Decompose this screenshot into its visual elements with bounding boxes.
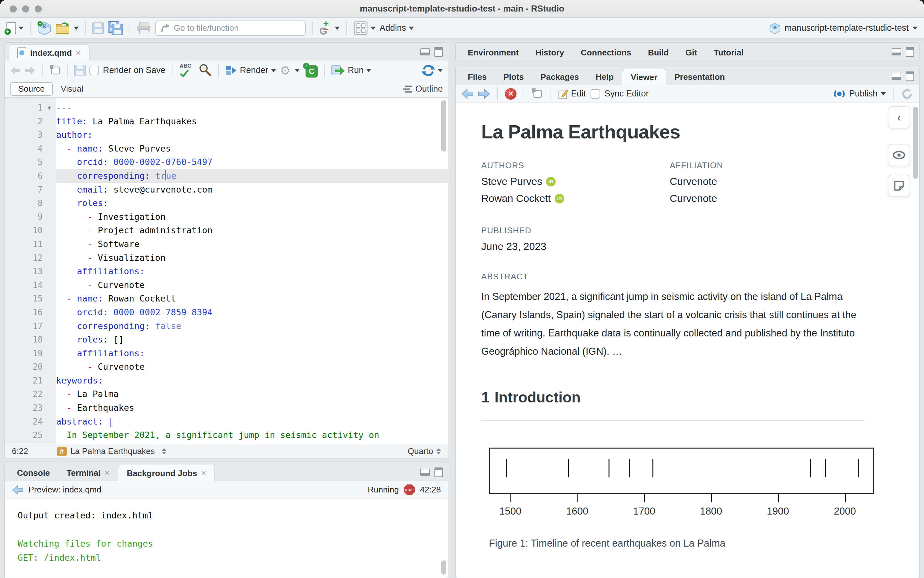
reader-view-button[interactable] (888, 144, 910, 166)
code-text[interactable]: orcid: 0000-0002-7859-8394 (56, 306, 448, 320)
tab-index-qmd[interactable]: index.qmd × (9, 45, 89, 60)
minimize-pane-icon[interactable] (420, 49, 430, 55)
viewer-popout-button[interactable] (531, 88, 543, 100)
tab-background-jobs[interactable]: Background Jobs× (118, 465, 215, 481)
code-line-15[interactable]: 15 - name: Rowan Cockett (5, 292, 448, 306)
code-line-26[interactable]: 26 the island of La Palma (Canary Island… (5, 442, 448, 444)
orcid-icon[interactable]: iD (555, 194, 564, 203)
print-button[interactable] (137, 21, 151, 35)
code-text[interactable]: author: (56, 128, 448, 142)
code-line-21[interactable]: 21keywords: (5, 374, 448, 388)
code-line-10[interactable]: 10 - Project administration (5, 224, 448, 237)
spellcheck-button[interactable]: ABC (179, 63, 194, 78)
code-line-5[interactable]: 5 orcid: 0000-0002-0760-5497 (5, 155, 448, 169)
tab-files[interactable]: Files (459, 69, 495, 85)
minimize-pane-icon[interactable] (420, 469, 430, 476)
tab-history[interactable]: History (527, 45, 573, 60)
code-text[interactable]: - La Palma (56, 387, 448, 401)
code-text[interactable]: - Project administration (56, 224, 448, 237)
code-line-11[interactable]: 11 - Software (5, 237, 448, 251)
tab-visual-mode[interactable]: Visual (53, 83, 91, 95)
code-line-24[interactable]: 24abstract: | (5, 415, 448, 429)
maximize-pane-icon[interactable] (906, 47, 914, 57)
code-line-4[interactable]: 4 - name: Steve Purves (5, 142, 448, 156)
orcid-icon[interactable]: iD (546, 177, 556, 187)
render-button[interactable]: Render (225, 65, 276, 76)
notes-button[interactable] (888, 175, 910, 197)
search-button[interactable] (198, 63, 211, 78)
code-line-23[interactable]: 23 - Earthquakes (5, 401, 448, 415)
code-line-6[interactable]: 6 corresponding: true (5, 169, 448, 183)
addins-button[interactable]: Addins (380, 23, 414, 33)
viewer-forward-button[interactable] (478, 89, 490, 99)
save-button[interactable] (92, 23, 104, 34)
tab-console[interactable]: Console (9, 465, 59, 481)
code-line-1[interactable]: 1▾--- (5, 101, 448, 115)
code-line-19[interactable]: 19 affiliations: (5, 347, 448, 360)
code-line-8[interactable]: 8 roles: (5, 196, 448, 210)
code-text[interactable]: - Visualization (56, 251, 448, 265)
popout-button[interactable] (49, 64, 60, 76)
save-all-button[interactable] (108, 21, 123, 35)
tab-tutorial[interactable]: Tutorial (705, 45, 752, 60)
code-text[interactable]: In September 2021, a significant jump in… (56, 429, 448, 442)
console-scrollbar[interactable] (441, 560, 446, 575)
code-line-22[interactable]: 22 - La Palma (5, 387, 448, 401)
tab-help[interactable]: Help (587, 69, 622, 85)
code-line-7[interactable]: 7 email: steve@curvenote.com (5, 183, 448, 197)
maximize-pane-icon[interactable] (434, 468, 443, 477)
code-editor[interactable]: 1▾---2title: La Palma Earthquakes3author… (5, 98, 448, 444)
new-project-button[interactable]: R+ (37, 21, 51, 35)
tab-terminal[interactable]: Terminal× (59, 465, 118, 481)
code-text[interactable]: the island of La Palma (Canary Islands, … (56, 442, 448, 444)
code-line-20[interactable]: 20 - Curvenote (5, 360, 448, 374)
code-text[interactable]: abstract: | (56, 415, 448, 429)
insert-chunk-button[interactable]: C + (304, 63, 318, 78)
tab-source-mode[interactable]: Source (10, 82, 53, 96)
tab-connections[interactable]: Connections (573, 45, 639, 60)
edit-button[interactable]: Edit (558, 88, 586, 99)
stop-job-button[interactable]: STOP (404, 484, 415, 495)
tab-packages[interactable]: Packages (532, 69, 587, 85)
code-text[interactable]: title: La Palma Earthquakes (56, 115, 448, 128)
code-line-12[interactable]: 12 - Visualization (5, 251, 448, 265)
maximize-pane-icon[interactable] (906, 71, 914, 81)
code-line-2[interactable]: 2title: La Palma Earthquakes (5, 115, 448, 128)
code-text[interactable]: - Investigation (56, 210, 448, 224)
console-output[interactable]: Output created: index.html Watching file… (5, 499, 448, 578)
code-text[interactable]: roles: (56, 196, 448, 210)
code-line-14[interactable]: 14 - Curvenote (5, 278, 448, 292)
render-on-save-checkbox[interactable] (89, 66, 99, 75)
code-text[interactable]: affiliations: (56, 265, 448, 278)
code-text[interactable]: - name: Steve Purves (56, 142, 448, 156)
back-button[interactable] (10, 66, 21, 75)
code-line-9[interactable]: 9 - Investigation (5, 210, 448, 224)
code-text[interactable]: - Curvenote (56, 360, 448, 374)
minimize-pane-icon[interactable] (891, 49, 901, 55)
code-text[interactable]: - Curvenote (56, 278, 448, 292)
maximize-pane-icon[interactable] (434, 47, 443, 57)
pane-layout-button[interactable] (353, 21, 376, 36)
sync-editor-checkbox[interactable] (591, 89, 600, 99)
tab-build[interactable]: Build (639, 45, 677, 60)
forward-button[interactable] (25, 66, 36, 75)
code-text[interactable]: - Earthquakes (56, 401, 448, 415)
viewer-scrollbar[interactable] (913, 107, 918, 179)
minimize-window-button[interactable] (22, 5, 29, 13)
code-line-17[interactable]: 17 corresponding: false (5, 320, 448, 333)
code-line-13[interactable]: 13 affiliations: (5, 265, 448, 278)
code-text[interactable]: affiliations: (56, 347, 448, 360)
code-line-25[interactable]: 25 In September 2021, a significant jump… (5, 429, 448, 442)
format-button[interactable]: Quarto (408, 446, 441, 456)
open-file-button[interactable] (55, 22, 79, 35)
code-text[interactable]: --- (56, 101, 448, 115)
fold-icon[interactable]: ▾ (42, 101, 56, 115)
close-icon[interactable]: × (201, 465, 206, 481)
code-text[interactable]: corresponding: false (56, 320, 448, 333)
minimize-pane-icon[interactable] (891, 73, 901, 80)
code-line-3[interactable]: 3author: (5, 128, 448, 142)
editor-scrollbar[interactable] (441, 100, 446, 151)
code-text[interactable]: email: steve@curvenote.com (56, 183, 448, 197)
code-text[interactable]: - Software (56, 237, 448, 251)
gear-icon[interactable]: ⚙ (280, 64, 291, 76)
